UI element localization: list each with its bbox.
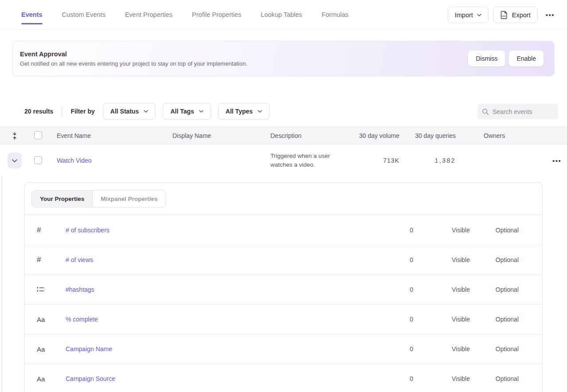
filter-bar: 20 results Filter by All Status All Tags… (0, 103, 567, 120)
property-name-link[interactable]: Campaign Source (66, 375, 115, 382)
import-button[interactable]: Import (448, 7, 489, 23)
search-icon (482, 108, 489, 115)
tab-your-properties[interactable]: Your Properties (32, 191, 93, 207)
text-type-icon: Aa (37, 345, 45, 353)
tab-profile-properties[interactable]: Profile Properties (192, 0, 241, 29)
expanded-row-indicator-line (2, 176, 2, 392)
chevron-down-icon (144, 110, 148, 113)
event-approval-banner: Event Approval Get notified on all new e… (12, 41, 555, 76)
tab-custom-events[interactable]: Custom Events (62, 0, 106, 29)
queries-cell: 1,382 (399, 157, 456, 164)
property-visibility: Visible (413, 227, 470, 234)
property-visibility: Visible (413, 256, 470, 263)
chevron-down-icon (258, 110, 262, 113)
chevron-down-icon (12, 159, 17, 162)
search-events-box (477, 104, 558, 119)
more-options-icon[interactable]: ••• (542, 8, 558, 21)
property-requirement: Optional (470, 316, 519, 323)
svg-text:csv: csv (502, 15, 506, 17)
property-name-link[interactable]: # of views (66, 256, 93, 263)
property-count: 0 (387, 227, 413, 234)
collapse-all-icon[interactable] (12, 132, 17, 140)
property-visibility: Visible (413, 345, 470, 353)
status-filter-label: All Status (110, 108, 139, 115)
property-visibility: Visible (413, 316, 470, 323)
export-button[interactable]: csv Export (493, 7, 538, 23)
import-button-label: Import (455, 12, 473, 19)
top-navigation: Events Custom Events Event Properties Pr… (0, 0, 567, 30)
property-name-link[interactable]: #hashtags (66, 286, 94, 293)
chevron-down-icon (477, 14, 481, 16)
row-checkbox[interactable] (34, 156, 42, 164)
types-filter-dropdown[interactable]: All Types (218, 103, 270, 120)
properties-tab-bar: Your Properties Mixpanel Properties (25, 183, 542, 215)
text-type-icon: Aa (37, 375, 45, 383)
results-count: 20 results (24, 108, 53, 115)
property-name-link[interactable]: Campaign Name (66, 345, 112, 353)
property-row: Aa Campaign Name 0 Visible Optional (25, 334, 542, 364)
column-event-name: Event Name (57, 132, 172, 139)
tab-events[interactable]: Events (21, 0, 43, 29)
column-30-day-queries: 30 day queries (399, 132, 456, 139)
property-row: Aa % complete 0 Visible Optional (25, 304, 542, 334)
property-count: 0 (387, 316, 413, 323)
banner-title: Event Approval (20, 51, 247, 58)
property-count: 0 (387, 256, 413, 263)
column-description: Description (270, 132, 355, 139)
row-more-options-icon[interactable]: ••• (549, 154, 565, 167)
event-properties-panel: Your Properties Mixpanel Properties # # … (24, 182, 543, 392)
column-30-day-volume: 30 day volume (355, 132, 399, 139)
types-filter-label: All Types (226, 108, 253, 115)
property-row: #hashtags 0 Visible Optional (25, 274, 542, 304)
text-type-icon: Aa (37, 316, 45, 323)
property-count: 0 (387, 345, 413, 353)
export-button-label: Export (512, 12, 531, 19)
csv-file-icon: csv (500, 11, 508, 19)
tags-filter-label: All Tags (170, 108, 194, 115)
search-input[interactable] (493, 108, 550, 115)
property-name-link[interactable]: # of subscribers (66, 227, 109, 234)
property-requirement: Optional (470, 286, 519, 293)
select-all-checkbox[interactable] (34, 131, 42, 139)
collapse-row-button[interactable] (8, 153, 22, 169)
property-visibility: Visible (413, 375, 470, 382)
tab-mixpanel-properties[interactable]: Mixpanel Properties (93, 191, 165, 207)
tab-event-properties[interactable]: Event Properties (125, 0, 172, 29)
column-display-name: Display Name (172, 132, 270, 139)
description-cell: Triggered when a user watches a video. (270, 152, 347, 169)
divider (62, 106, 62, 117)
property-visibility: Visible (413, 286, 470, 293)
property-name-link[interactable]: % complete (66, 316, 98, 323)
number-type-icon: # (37, 255, 41, 264)
property-row: # # of views 0 Visible Optional (25, 245, 542, 274)
event-name-link[interactable]: Watch Video (57, 157, 92, 164)
tags-filter-dropdown[interactable]: All Tags (163, 103, 211, 120)
property-requirement: Optional (470, 256, 519, 263)
tab-lookup-tables[interactable]: Lookup Tables (261, 0, 302, 29)
banner-description: Get notified on all new events entering … (20, 60, 247, 67)
property-row: # # of subscribers 0 Visible Optional (25, 215, 542, 245)
volume-cell: 713K (355, 157, 399, 164)
enable-button[interactable]: Enable (509, 51, 544, 67)
table-row-watch-video: Watch Video Triggered when a user watche… (0, 145, 567, 176)
tab-formulas[interactable]: Formulas (322, 0, 348, 29)
filter-by-label: Filter by (70, 108, 94, 115)
property-row: Aa Campaign Source 0 Visible Optional (25, 364, 542, 392)
nav-tabs: Events Custom Events Event Properties Pr… (21, 0, 348, 29)
number-type-icon: # (37, 226, 41, 235)
list-type-icon (37, 286, 44, 293)
property-requirement: Optional (470, 345, 519, 353)
property-requirement: Optional (470, 227, 519, 234)
status-filter-dropdown[interactable]: All Status (103, 103, 156, 120)
column-owners: Owners (456, 132, 522, 139)
property-requirement: Optional (470, 375, 519, 382)
dismiss-button[interactable]: Dismiss (468, 51, 505, 67)
chevron-down-icon (199, 110, 203, 113)
property-count: 0 (387, 286, 413, 293)
property-count: 0 (387, 375, 413, 382)
events-table-header: Event Name Display Name Description 30 d… (0, 127, 567, 145)
